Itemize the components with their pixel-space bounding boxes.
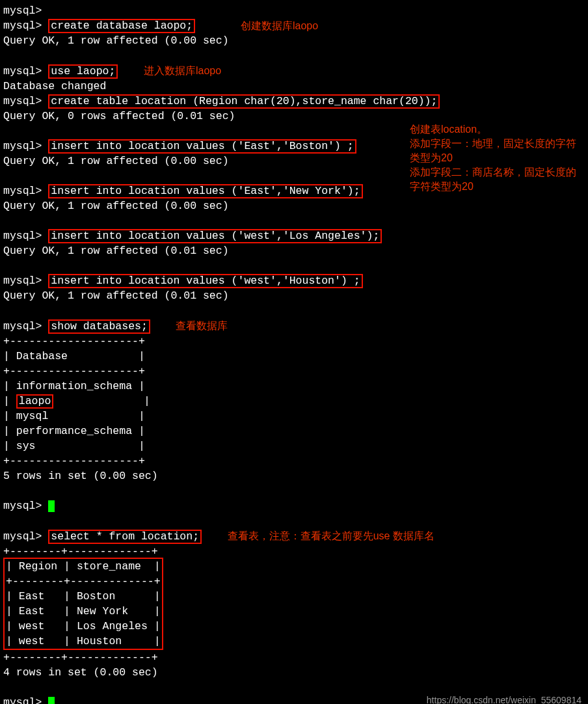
prompt-line: mysql> xyxy=(3,3,585,18)
db-row: | performance_schema | xyxy=(3,424,585,439)
db-row: | sys | xyxy=(3,439,585,454)
result-line: Query OK, 1 row affected (0.01 sec) xyxy=(3,243,585,258)
cmd-use: use laopo; xyxy=(48,64,118,79)
annotation-create-db: 创建数据库laopo xyxy=(241,18,318,33)
db-sep: +--------------------+ xyxy=(3,334,585,349)
annotation-create-table-block: 创建表location。 添加字段一：地理，固定长度的字符类型为20 添加字段二… xyxy=(410,122,579,194)
cmd-show-db-line: mysql> show databases; 查看数据库 xyxy=(3,318,585,334)
db-name-laopo: laopo xyxy=(16,394,54,409)
watermark: https://blog.csdn.net/weixin_55609814 xyxy=(427,693,581,704)
annotation-use: 进入数据库laopo xyxy=(144,65,221,76)
cmd-insert4: insert into location values ('west','Hou… xyxy=(48,274,362,288)
cursor xyxy=(48,697,55,704)
result-line: Query OK, 1 row affected (0.00 sec) xyxy=(3,33,585,48)
cmd-show-db: show databases; xyxy=(48,319,150,334)
cmd-use-line: mysql> use laopo; 进入数据库laopo xyxy=(3,63,585,79)
result-line: Query OK, 1 row affected (0.01 sec) xyxy=(3,288,585,303)
result-line: Query OK, 1 row affected (0.00 sec) xyxy=(3,198,585,213)
cmd-create-table-line: mysql> create table location (Region cha… xyxy=(3,94,585,109)
tbl-sep: +--------+-------------+ xyxy=(6,574,161,589)
cmd-create-db-line: mysql> create database laopo;创建数据库laopo xyxy=(3,18,585,33)
cmd-insert3: insert into location values ('west','Los… xyxy=(48,229,382,243)
cmd-insert1: insert into location values ('East','Bos… xyxy=(48,139,356,154)
tbl-row: | East | New York | xyxy=(6,604,161,619)
cmd-select-line: mysql> select * from location; 查看表，注意：查看… xyxy=(3,528,585,544)
cursor xyxy=(48,500,55,512)
db-row-laopo: | laopo | xyxy=(3,394,585,409)
tbl-row: | west | Los Angeles | xyxy=(6,619,161,634)
db-header: | Database | xyxy=(3,349,585,364)
table-output-box: | Region | store_name | +--------+------… xyxy=(3,558,163,650)
cmd-create-db: create database laopo; xyxy=(48,19,195,33)
cmd-select: select * from location; xyxy=(48,530,202,544)
prompt-line: mysql> xyxy=(3,498,585,513)
tbl-rows-count: 4 rows in set (0.00 sec) xyxy=(3,665,585,680)
annotation-show-db: 查看数据库 xyxy=(176,320,228,331)
cmd-insert2: insert into location values ('East','New… xyxy=(48,184,362,198)
cmd-insert3-line: mysql> insert into location values ('wes… xyxy=(3,228,585,243)
db-sep: +--------------------+ xyxy=(3,364,585,379)
db-sep: +--------------------+ xyxy=(3,454,585,468)
db-rows-count: 5 rows in set (0.00 sec) xyxy=(3,468,585,483)
result-line: Query OK, 0 rows affected (0.01 sec) xyxy=(3,109,585,124)
db-row: | information_schema | xyxy=(3,379,585,394)
tbl-row: | west | Houston | xyxy=(6,634,161,649)
cmd-create-table: create table location (Region char(20),s… xyxy=(48,94,440,109)
tbl-row: | East | Boston | xyxy=(6,589,161,604)
result-line: Database changed xyxy=(3,79,585,94)
tbl-sep: +--------+-------------+ xyxy=(3,544,585,559)
cmd-insert4-line: mysql> insert into location values ('wes… xyxy=(3,273,585,288)
db-row: | mysql | xyxy=(3,409,585,424)
tbl-header: | Region | store_name | xyxy=(6,559,161,574)
tbl-sep: +--------+-------------+ xyxy=(3,650,585,665)
annotation-select: 查看表，注意：查看表之前要先use 数据库名 xyxy=(228,530,434,541)
